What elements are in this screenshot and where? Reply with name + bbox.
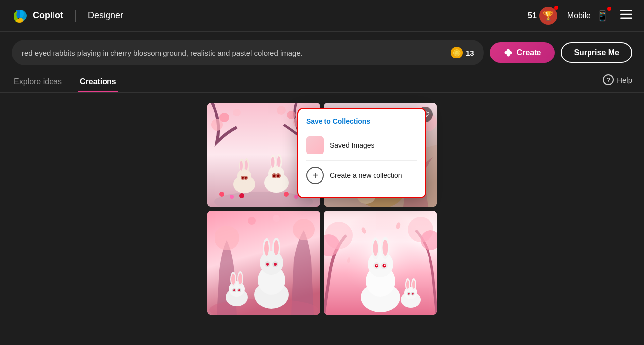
svg-point-65 bbox=[248, 217, 256, 225]
hamburger-menu-icon[interactable] bbox=[620, 8, 632, 23]
svg-point-70 bbox=[260, 251, 283, 275]
svg-point-21 bbox=[245, 160, 248, 170]
help-label: Help bbox=[617, 76, 632, 84]
svg-point-8 bbox=[233, 109, 241, 116]
coin-count-value: 13 bbox=[466, 49, 474, 57]
popup-divider bbox=[306, 160, 417, 161]
mobile-area[interactable]: Mobile 📱 bbox=[567, 8, 610, 24]
svg-point-64 bbox=[293, 219, 315, 240]
search-query-text: red eyed rabbits playing in cherry bloss… bbox=[22, 49, 446, 57]
svg-point-31 bbox=[277, 156, 281, 167]
svg-point-63 bbox=[215, 226, 239, 250]
svg-point-9 bbox=[277, 106, 286, 115]
popup-saved-images-item[interactable]: Saved Images bbox=[306, 132, 417, 158]
surprise-button-label: Surprise Me bbox=[574, 48, 619, 57]
svg-point-87 bbox=[233, 289, 235, 291]
svg-rect-0 bbox=[620, 10, 632, 11]
svg-point-17 bbox=[237, 169, 251, 183]
svg-point-25 bbox=[245, 177, 247, 179]
search-area: red eyed rabbits playing in cherry bloss… bbox=[0, 32, 644, 65]
svg-point-78 bbox=[274, 263, 277, 266]
tab-creations[interactable]: Creations bbox=[78, 73, 118, 92]
rabbit-scene-4 bbox=[324, 211, 437, 315]
coins-display: 51 🏆 bbox=[528, 7, 557, 25]
header: Copilot Designer 51 🏆 Mobile 📱 bbox=[0, 0, 644, 32]
svg-point-14 bbox=[284, 192, 289, 197]
coin-icon: 🪙 bbox=[451, 47, 463, 58]
svg-point-83 bbox=[231, 274, 235, 285]
create-button-label: Create bbox=[517, 48, 541, 57]
image-cell-3[interactable] bbox=[207, 211, 320, 315]
svg-point-116 bbox=[412, 280, 415, 289]
surprise-button[interactable]: Surprise Me bbox=[561, 42, 632, 63]
copilot-logo-icon bbox=[12, 8, 28, 24]
svg-point-7 bbox=[287, 111, 296, 119]
popup-plus-icon: + bbox=[306, 167, 324, 184]
svg-point-73 bbox=[264, 241, 269, 256]
popup-new-collection-label: Create a new collection bbox=[330, 172, 402, 179]
svg-point-12 bbox=[230, 195, 234, 199]
popup-saved-images-label: Saved Images bbox=[330, 141, 375, 149]
popup-title: Save to Collections bbox=[306, 117, 417, 125]
svg-point-30 bbox=[271, 157, 275, 168]
svg-point-34 bbox=[273, 175, 276, 177]
popup-collections-link[interactable]: Collections bbox=[333, 117, 370, 125]
help-button[interactable]: ? Help bbox=[603, 74, 632, 91]
svg-point-110 bbox=[384, 265, 386, 266]
tab-creations-label: Creations bbox=[80, 77, 116, 86]
svg-point-77 bbox=[266, 263, 269, 266]
svg-point-24 bbox=[242, 177, 244, 179]
svg-point-120 bbox=[412, 293, 414, 295]
popup-title-prefix: Save to bbox=[306, 117, 331, 125]
svg-point-119 bbox=[408, 293, 410, 295]
svg-rect-2 bbox=[620, 17, 632, 19]
header-right: 51 🏆 Mobile 📱 bbox=[528, 7, 632, 25]
search-bar[interactable]: red eyed rabbits playing in cherry bloss… bbox=[12, 40, 484, 65]
coin-count-display: 🪙 13 bbox=[451, 47, 474, 58]
svg-point-11 bbox=[219, 192, 224, 197]
content-area: Save to Collections Saved Images + Creat… bbox=[0, 93, 644, 325]
svg-point-115 bbox=[406, 280, 409, 289]
svg-point-103 bbox=[373, 240, 378, 256]
svg-point-109 bbox=[376, 265, 378, 266]
help-circle-icon: ? bbox=[603, 74, 614, 85]
header-divider bbox=[75, 10, 76, 22]
svg-point-104 bbox=[383, 240, 388, 256]
create-icon bbox=[504, 48, 513, 57]
mobile-label: Mobile bbox=[567, 11, 590, 20]
svg-point-35 bbox=[277, 175, 280, 177]
tab-explore-label: Explore ideas bbox=[14, 77, 62, 86]
create-button[interactable]: Create bbox=[490, 42, 555, 63]
svg-point-20 bbox=[240, 161, 243, 171]
logo-area: Copilot Designer bbox=[12, 8, 123, 24]
tab-explore[interactable]: Explore ideas bbox=[12, 73, 64, 92]
tabs-area: Explore ideas Creations ? Help bbox=[0, 65, 644, 93]
svg-point-74 bbox=[274, 240, 279, 255]
svg-point-84 bbox=[238, 273, 242, 284]
trophy-badge: 🏆 bbox=[539, 7, 557, 25]
svg-point-88 bbox=[238, 289, 240, 291]
svg-point-100 bbox=[368, 251, 393, 277]
save-to-collections-popup: Save to Collections Saved Images + Creat… bbox=[297, 108, 426, 198]
coins-value: 51 bbox=[528, 11, 537, 20]
designer-label: Designer bbox=[88, 10, 123, 21]
image-cell-4[interactable] bbox=[324, 211, 437, 315]
mobile-notification-dot bbox=[607, 7, 611, 11]
popup-saved-images-thumbnail bbox=[306, 136, 324, 154]
svg-point-5 bbox=[219, 113, 229, 122]
svg-point-66 bbox=[273, 215, 280, 222]
app-logo-text: Copilot bbox=[33, 10, 63, 21]
rabbit-scene-3 bbox=[207, 211, 320, 315]
mobile-icon: 📱 bbox=[594, 8, 610, 24]
trophy-notification-dot bbox=[554, 6, 558, 10]
popup-new-collection-item[interactable]: + Create a new collection bbox=[306, 163, 417, 188]
svg-point-13 bbox=[239, 193, 244, 198]
svg-rect-1 bbox=[620, 13, 632, 15]
svg-point-27 bbox=[268, 166, 284, 181]
